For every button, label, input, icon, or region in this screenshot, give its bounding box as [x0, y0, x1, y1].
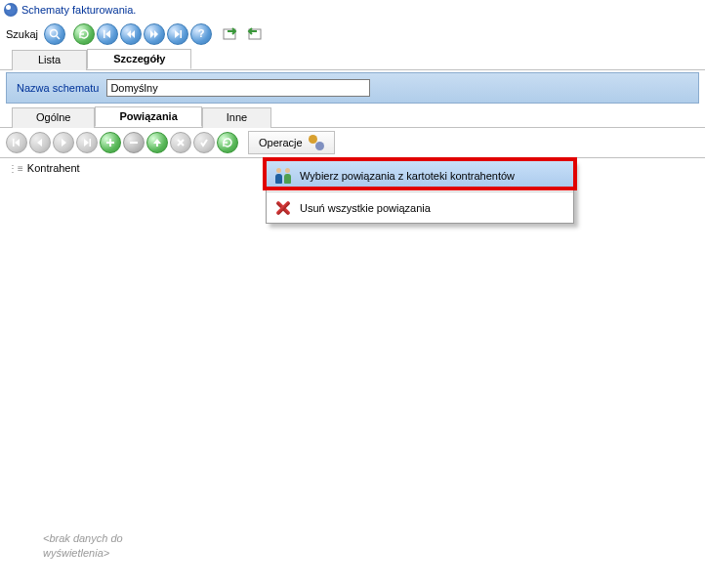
- prev-button[interactable]: [120, 23, 142, 45]
- operacje-button[interactable]: Operacje: [248, 131, 335, 154]
- svg-rect-3: [181, 30, 183, 38]
- menu-item-label: Usuń wszystkie powiązania: [300, 202, 431, 214]
- cancel-icon: [170, 132, 191, 153]
- help-button[interactable]: ?: [190, 23, 212, 45]
- empty-list-message: <brak danych do wyświetlenia>: [43, 531, 123, 560]
- sub-tabs: Ogólne Powiązania Inne: [0, 106, 705, 128]
- svg-rect-9: [13, 139, 15, 147]
- remove-button[interactable]: [123, 132, 145, 153]
- schema-name-label: Nazwa schematu: [17, 82, 99, 94]
- schema-name-input[interactable]: [106, 79, 370, 97]
- gears-icon: [309, 135, 324, 150]
- schema-name-bar: Nazwa schematu: [6, 72, 699, 104]
- content-area: ⋮≡ Kontrahent Wybierz powiązania z karto…: [0, 157, 705, 577]
- next-button[interactable]: [144, 23, 165, 45]
- menu-item-label: Wybierz powiązania z kartoteki kontrahen…: [300, 170, 515, 182]
- operacje-dropdown: Wybierz powiązania z kartoteki kontrahen…: [266, 160, 574, 224]
- last-button[interactable]: [167, 23, 188, 45]
- search-button[interactable]: [44, 23, 65, 45]
- tab-powiazania[interactable]: Powiązania: [95, 106, 201, 127]
- people-icon: [274, 167, 292, 185]
- delete-icon: [274, 199, 292, 217]
- svg-rect-2: [104, 30, 105, 38]
- svg-rect-12: [106, 142, 114, 144]
- operacje-label: Operacje: [259, 137, 303, 148]
- svg-text:?: ?: [198, 29, 205, 39]
- tab-lista[interactable]: Lista: [12, 50, 87, 70]
- tab-szczegoly[interactable]: Szczegóły: [87, 49, 191, 69]
- nav-next-icon: [53, 132, 74, 153]
- menu-item-wybierz-powiazania[interactable]: Wybierz powiązania z kartoteki kontrahen…: [267, 161, 573, 190]
- main-tabs: Lista Szczegóły: [0, 49, 705, 70]
- sub-toolbar: Operacje: [0, 128, 705, 157]
- main-toolbar: Szukaj ?: [0, 20, 705, 49]
- reload-button[interactable]: [217, 132, 238, 153]
- nav-prev-icon: [29, 132, 51, 153]
- tab-inne[interactable]: Inne: [202, 107, 271, 128]
- add-button[interactable]: [100, 132, 121, 153]
- refresh-button[interactable]: [73, 23, 95, 45]
- tab-ogolne[interactable]: Ogólne: [12, 107, 95, 128]
- app-icon: [4, 3, 18, 17]
- svg-line-1: [57, 36, 60, 39]
- svg-rect-13: [130, 142, 138, 144]
- drag-handle-icon: ⋮≡: [8, 163, 23, 174]
- search-label: Szukaj: [6, 28, 38, 40]
- import-button[interactable]: [243, 23, 265, 45]
- first-button[interactable]: [97, 23, 118, 45]
- title-bar: Schematy fakturowania.: [0, 0, 705, 20]
- svg-point-0: [51, 30, 58, 37]
- menu-item-usun-powiazania[interactable]: Usuń wszystkie powiązania: [267, 193, 573, 223]
- window-title: Schematy fakturowania.: [21, 4, 136, 16]
- nav-last-icon: [76, 132, 98, 153]
- export-button[interactable]: [220, 23, 241, 45]
- confirm-icon: [193, 132, 215, 153]
- svg-rect-10: [90, 139, 92, 147]
- up-button[interactable]: [146, 132, 168, 153]
- menu-separator: [267, 191, 573, 192]
- nav-first-icon: [6, 132, 27, 153]
- column-header-label: Kontrahent: [27, 162, 80, 174]
